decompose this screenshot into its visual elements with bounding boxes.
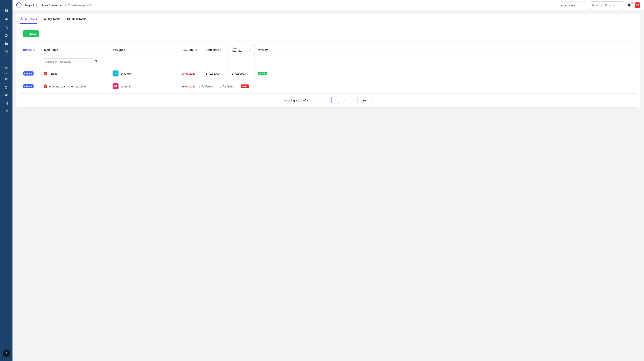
page-prev-button[interactable]: ‹ — [322, 97, 330, 104]
page-size-dropdown[interactable]: 10 ⌄ — [360, 97, 372, 104]
tab-label: My Tasks — [48, 17, 60, 21]
sidebar-user-add-icon[interactable] — [3, 33, 10, 38]
sitemap-icon — [20, 17, 23, 21]
main: Project ❯ Inkers Showcase ❯ Task-Manager… — [12, 0, 644, 361]
svg-rect-0 — [5, 10, 6, 11]
tab-all-tasks[interactable]: All Tasks — [20, 14, 37, 24]
user-avatar[interactable]: AD — [635, 3, 640, 8]
table-header: Status↑↓ Task Name↑↓ Assignee Due Date↑↓… — [20, 44, 637, 56]
breadcrumbs: Project ❯ Inkers Showcase ❯ Task-Manager… — [24, 4, 91, 7]
page-number-button[interactable]: 1 — [332, 97, 339, 104]
assignee-avatar: UN — [112, 71, 118, 77]
svg-rect-10 — [5, 51, 8, 53]
sidebar-analytics-icon[interactable] — [3, 17, 10, 22]
sidebar-workflow-icon[interactable] — [3, 25, 10, 30]
chevron-right-icon: ❯ — [64, 4, 66, 7]
page-first-button[interactable]: « — [313, 97, 320, 104]
task-name-filter-input[interactable] — [44, 58, 92, 65]
status-badge: Open — [23, 84, 34, 88]
task-card: All Tasks My Tasks Main Tasks New — [16, 14, 640, 108]
sidebar-expand-button[interactable] — [2, 349, 10, 357]
svg-point-9 — [6, 34, 7, 36]
assignee-name: Guest 9 — [121, 85, 131, 88]
page-next-button[interactable]: › — [341, 97, 348, 104]
svg-rect-2 — [5, 11, 6, 12]
sidebar-settings-icon[interactable] — [3, 109, 10, 114]
svg-rect-28 — [68, 18, 70, 19]
svg-rect-25 — [44, 19, 46, 19]
sidebar-calculator-icon[interactable] — [3, 101, 10, 106]
svg-rect-4 — [5, 19, 6, 20]
svg-rect-29 — [68, 19, 70, 20]
sort-icon: ↑↓ — [248, 49, 251, 51]
sidebar-library-icon[interactable] — [3, 76, 10, 82]
chevron-right-icon: ❯ — [36, 4, 38, 7]
owner-avatar: R — [44, 72, 47, 75]
svg-rect-21 — [21, 18, 22, 18]
sidebar-calendar-icon[interactable] — [3, 49, 10, 55]
toolbar: New — [20, 27, 637, 41]
plus-icon — [26, 33, 29, 36]
notifications-button[interactable]: 1 — [626, 3, 632, 8]
new-task-button[interactable]: New — [23, 30, 39, 37]
breadcrumb-project[interactable]: Project — [24, 4, 34, 7]
breadcrumb-current: Task-Manager-V2 — [68, 4, 91, 7]
status-badge: Open — [23, 71, 34, 76]
col-due-date[interactable]: Due Date↑↓ — [178, 44, 202, 56]
chevron-down-icon: ⌄ — [368, 99, 370, 102]
table-filter-row — [20, 56, 637, 68]
svg-point-7 — [5, 26, 6, 27]
col-assignee[interactable]: Assignee — [109, 44, 178, 56]
assignee-name: Unknown — [121, 72, 132, 75]
svg-rect-3 — [6, 11, 8, 12]
sidebar-sliders-icon[interactable] — [3, 66, 10, 71]
board-icon — [67, 17, 70, 21]
sort-icon: ↑↓ — [33, 49, 35, 51]
svg-rect-26 — [44, 20, 46, 20]
col-status[interactable]: Status↑↓ — [20, 44, 40, 56]
tasks-icon — [43, 17, 46, 21]
tabs: All Tasks My Tasks Main Tasks — [16, 14, 640, 24]
svg-point-13 — [6, 69, 6, 69]
filter-icon[interactable] — [95, 60, 98, 64]
page-last-button[interactable]: » — [350, 97, 358, 104]
task-table: Status↑↓ Task Name↑↓ Assignee Due Date↑↓… — [20, 44, 637, 108]
due-date: 03/03/2023 — [182, 72, 196, 75]
sort-icon: ↑↓ — [195, 49, 197, 51]
tab-main-tasks[interactable]: Main Tasks — [66, 14, 87, 24]
search-projects-input[interactable] — [595, 4, 622, 7]
col-task-name[interactable]: Task Name↑↓ — [40, 44, 109, 56]
svg-rect-5 — [6, 18, 6, 20]
tab-label: Main Tasks — [72, 17, 86, 21]
svg-rect-15 — [6, 78, 6, 80]
logo-icon — [16, 2, 22, 9]
col-last-modified[interactable]: Last Modified↑↓ — [228, 44, 254, 56]
svg-point-12 — [6, 68, 7, 69]
svg-rect-1 — [6, 10, 8, 11]
task-name: Floor B1 scan - thermal, Lidar — [49, 85, 86, 88]
col-start-date[interactable]: Start Date↑↓ — [202, 44, 228, 56]
svg-rect-14 — [5, 78, 6, 80]
table-row[interactable]: Open RTESTs UNUnknown 03/03/2023 17/02/2… — [20, 68, 637, 79]
svg-rect-6 — [7, 19, 8, 20]
last-modified: 27/04/2023 — [220, 85, 234, 88]
breadcrumb-showcase[interactable]: Inkers Showcase — [40, 4, 62, 7]
assignee-avatar: G9 — [112, 83, 118, 89]
col-priority[interactable]: Priority — [254, 44, 268, 56]
svg-point-20 — [592, 4, 594, 6]
priority-badge: NONE — [258, 72, 267, 75]
sidebar-dashboard-icon[interactable] — [3, 8, 10, 14]
sidebar-archive-icon[interactable] — [3, 93, 10, 98]
search-projects-box[interactable] — [590, 2, 624, 9]
svg-point-11 — [6, 67, 6, 68]
workspace-dropdown[interactable]: observance ⌄ — [559, 2, 587, 9]
sidebar-team-icon[interactable] — [3, 85, 10, 90]
search-icon — [592, 4, 594, 7]
table-row[interactable]: Open RFloor B1 scan - thermal, Lidar G9G… — [20, 79, 637, 94]
sidebar-list-icon[interactable] — [3, 58, 10, 63]
svg-rect-22 — [20, 20, 21, 20]
sidebar-folder-icon[interactable] — [3, 41, 10, 46]
last-modified: 17/02/2023 — [232, 72, 246, 75]
tab-my-tasks[interactable]: My Tasks — [43, 14, 61, 24]
svg-point-17 — [6, 86, 7, 87]
